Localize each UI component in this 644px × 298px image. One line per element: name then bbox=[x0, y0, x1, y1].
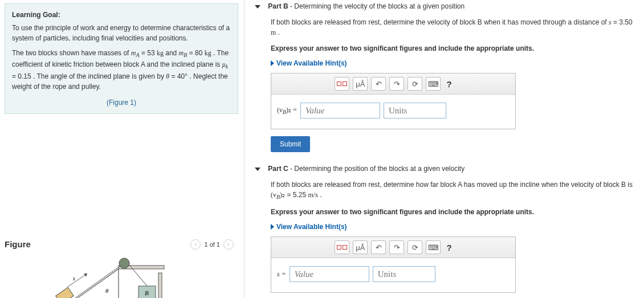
svg-rect-16 bbox=[158, 273, 162, 298]
part-b-variable-label: (vB)₂ = bbox=[277, 106, 297, 115]
figure-title: Figure bbox=[5, 239, 31, 249]
learning-goal-heading: Learning Goal: bbox=[12, 10, 231, 20]
part-b-toolbar: μÅ ↶ ↷ ⟳ ⌨ ? bbox=[271, 74, 515, 95]
goal-para-2: The two blocks shown have masses of mA =… bbox=[12, 48, 231, 92]
part-c-toolbar: μÅ ↶ ↷ ⟳ ⌨ ? bbox=[271, 237, 515, 258]
figure-diagram: A B θ s bbox=[5, 253, 238, 298]
svg-text:θ: θ bbox=[105, 287, 109, 294]
keyboard-button[interactable]: ⌨ bbox=[426, 240, 441, 254]
part-b-subtitle: - Determining the velocity of the blocks… bbox=[288, 2, 465, 10]
triangle-right-icon bbox=[271, 60, 274, 66]
part-b: Part B - Determining the velocity of the… bbox=[255, 2, 633, 152]
part-c-variable-label: s = bbox=[277, 270, 286, 279]
reset-button[interactable]: ⟳ bbox=[407, 240, 422, 254]
svg-text:s: s bbox=[73, 275, 75, 281]
special-chars-button[interactable]: μÅ bbox=[353, 240, 368, 254]
svg-rect-21 bbox=[56, 287, 74, 298]
part-c-label: Part C bbox=[268, 165, 288, 173]
reset-button[interactable]: ⟳ bbox=[407, 77, 422, 91]
templates-button[interactable] bbox=[335, 240, 349, 254]
svg-point-18 bbox=[119, 258, 129, 268]
learning-goal-box: Learning Goal: To use the principle of w… bbox=[5, 3, 238, 114]
caret-down-icon bbox=[255, 5, 260, 9]
next-figure-button[interactable]: › bbox=[223, 239, 234, 250]
redo-button[interactable]: ↷ bbox=[389, 77, 404, 91]
triangle-right-icon bbox=[271, 224, 274, 230]
keyboard-button[interactable]: ⌨ bbox=[426, 77, 441, 91]
prev-figure-button[interactable]: ‹ bbox=[190, 239, 201, 250]
help-button[interactable]: ? bbox=[446, 79, 451, 89]
figure-pager: ‹ 1 of 1 › bbox=[190, 239, 234, 250]
part-b-header[interactable]: Part B - Determining the velocity of the… bbox=[255, 2, 633, 10]
part-b-value-input[interactable] bbox=[300, 103, 380, 119]
part-c-format: Express your answer to two significant f… bbox=[271, 207, 633, 217]
figure-pager-label: 1 of 1 bbox=[204, 241, 220, 248]
part-b-answer-box: μÅ ↶ ↷ ⟳ ⌨ ? (vB)₂ = bbox=[271, 73, 516, 129]
svg-line-19 bbox=[70, 266, 121, 298]
caret-down-icon bbox=[255, 168, 260, 171]
part-b-hints-link[interactable]: View Available Hint(s) bbox=[271, 59, 633, 67]
undo-button[interactable]: ↶ bbox=[371, 240, 386, 254]
templates-button[interactable] bbox=[335, 77, 349, 91]
part-c-prompt: If both blocks are released from rest, d… bbox=[271, 179, 633, 201]
part-b-prompt: If both blocks are released from rest, d… bbox=[271, 17, 633, 38]
part-b-units-input[interactable] bbox=[384, 103, 446, 119]
part-c-units-input[interactable] bbox=[373, 266, 435, 282]
part-c-subtitle: - Determining the position of the blocks… bbox=[288, 165, 465, 173]
part-b-format: Express your answer to two significant f… bbox=[271, 43, 633, 54]
hints-label: View Available Hint(s) bbox=[276, 59, 347, 67]
figure-link[interactable]: (Figure 1) bbox=[12, 97, 231, 108]
undo-button[interactable]: ↶ bbox=[371, 77, 386, 91]
goal-para-1: To use the principle of work and energy … bbox=[12, 23, 231, 43]
svg-line-23 bbox=[67, 273, 87, 287]
redo-button[interactable]: ↷ bbox=[389, 240, 404, 254]
part-c-header[interactable]: Part C - Determining the position of the… bbox=[255, 165, 633, 173]
part-b-label: Part B bbox=[268, 2, 288, 10]
part-c-answer-box: μÅ ↶ ↷ ⟳ ⌨ ? s = bbox=[271, 236, 516, 293]
part-b-submit-button[interactable]: Submit bbox=[271, 136, 310, 152]
part-c-value-input[interactable] bbox=[290, 266, 369, 282]
help-button[interactable]: ? bbox=[446, 243, 451, 252]
hints-label: View Available Hint(s) bbox=[276, 223, 347, 231]
part-c: Part C - Determining the position of the… bbox=[255, 165, 633, 298]
svg-text:B: B bbox=[145, 289, 149, 296]
part-c-hints-link[interactable]: View Available Hint(s) bbox=[271, 223, 633, 231]
special-chars-button[interactable]: μÅ bbox=[353, 77, 368, 91]
